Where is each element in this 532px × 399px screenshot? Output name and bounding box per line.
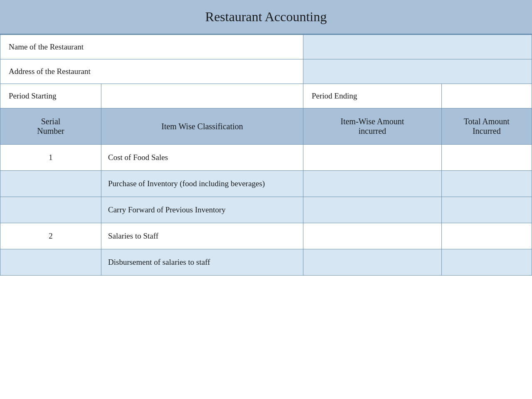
table-row: Carry Forward of Previous Inventory xyxy=(0,197,532,223)
page: Restaurant Accounting Name of the Restau… xyxy=(0,0,532,399)
restaurant-name-value[interactable] xyxy=(303,35,532,59)
cell-itemwise-3[interactable] xyxy=(303,197,442,223)
cell-total-2[interactable] xyxy=(441,171,532,197)
cell-serial-2 xyxy=(0,171,101,197)
cell-itemwise-1[interactable] xyxy=(303,145,442,171)
cell-serial-4: 2 xyxy=(0,223,101,249)
header-itemwise-amount: Item-Wise Amount incurred xyxy=(303,108,442,145)
period-row: Period Starting Period Ending xyxy=(0,84,532,108)
page-title: Restaurant Accounting xyxy=(8,9,524,25)
cell-serial-5 xyxy=(0,249,101,276)
table-row: 1 Cost of Food Sales xyxy=(0,145,532,171)
cell-total-4[interactable] xyxy=(441,223,532,249)
period-starting-label: Period Starting xyxy=(0,84,101,108)
restaurant-name-label: Name of the Restaurant xyxy=(0,35,303,59)
title-bar: Restaurant Accounting xyxy=(0,0,532,34)
table-row: Purchase of Inventory (food including be… xyxy=(0,171,532,197)
table-row: 2 Salaries to Staff xyxy=(0,223,532,249)
cell-total-1[interactable] xyxy=(441,145,532,171)
address-value[interactable] xyxy=(303,59,532,84)
address-row: Address of the Restaurant xyxy=(0,59,532,84)
cell-classification-4: Salaries to Staff xyxy=(101,223,303,249)
cell-itemwise-4[interactable] xyxy=(303,223,442,249)
cell-serial-1: 1 xyxy=(0,145,101,171)
cell-itemwise-5[interactable] xyxy=(303,249,442,276)
header-serial: Serial Number xyxy=(0,108,101,145)
header-total-amount: Total Amount Incurred xyxy=(441,108,532,145)
cell-total-3[interactable] xyxy=(441,197,532,223)
cell-classification-2: Purchase of Inventory (food including be… xyxy=(101,171,303,197)
period-ending-label: Period Ending xyxy=(303,84,442,108)
column-header-row: Serial Number Item Wise Classification I… xyxy=(0,108,532,145)
cell-itemwise-2[interactable] xyxy=(303,171,442,197)
cell-classification-3: Carry Forward of Previous Inventory xyxy=(101,197,303,223)
cell-total-5[interactable] xyxy=(441,249,532,276)
table-row: Disbursement of salaries to staff xyxy=(0,249,532,276)
restaurant-name-row: Name of the Restaurant xyxy=(0,35,532,59)
address-label: Address of the Restaurant xyxy=(0,59,303,84)
header-classification: Item Wise Classification xyxy=(101,108,303,145)
cell-classification-5: Disbursement of salaries to staff xyxy=(101,249,303,276)
cell-serial-3 xyxy=(0,197,101,223)
period-ending-value[interactable] xyxy=(441,84,532,108)
main-table: Name of the Restaurant Address of the Re… xyxy=(0,34,532,276)
period-starting-value[interactable] xyxy=(101,84,303,108)
cell-classification-1: Cost of Food Sales xyxy=(101,145,303,171)
